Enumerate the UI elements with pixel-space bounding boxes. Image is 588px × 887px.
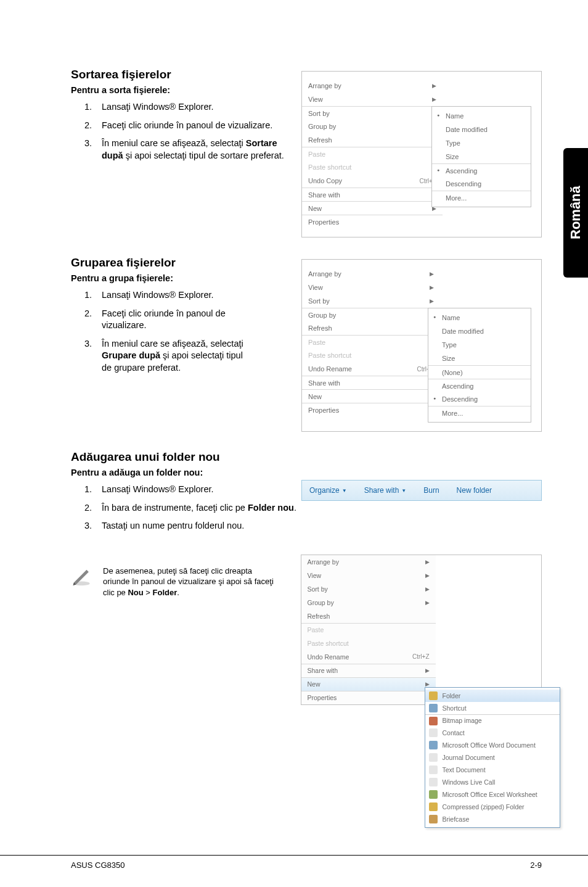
sort-step-1: Lansaţi Windows® Explorer.: [94, 101, 287, 113]
sort-subtitle: Pentru a sorta fişierele:: [71, 85, 287, 95]
submenu-livecall[interactable]: Windows Live Call: [425, 776, 560, 788]
toolbar-new-folder[interactable]: New folder: [457, 486, 492, 495]
sort-title: Sortarea fişierelor: [71, 68, 287, 81]
menu-refresh[interactable]: Refresh: [302, 133, 443, 147]
menu-undo[interactable]: Undo RenameCtrl+Z: [302, 362, 440, 376]
submenu-folder[interactable]: Folder: [425, 690, 560, 702]
submenu-more[interactable]: More...: [428, 406, 531, 419]
group-submenu: Name Date modified Type Size (None) Asce…: [428, 308, 531, 423]
submenu-zip[interactable]: Compressed (zipped) Folder: [425, 801, 560, 813]
pencil-icon: [71, 566, 92, 590]
menu-paste: Paste: [302, 147, 443, 160]
menu-group-by[interactable]: Group by▶: [302, 120, 443, 133]
menu-properties[interactable]: Properties: [302, 215, 443, 228]
menu-paste-shortcut: Paste shortcut: [301, 637, 436, 650]
menu-group-by[interactable]: Group by▶: [301, 596, 436, 609]
menu-new[interactable]: New▶: [302, 389, 440, 403]
submenu-size[interactable]: Size: [432, 150, 531, 163]
submenu-more[interactable]: More...: [432, 191, 531, 204]
submenu-word[interactable]: Microsoft Office Word Document: [425, 739, 560, 751]
toolbar-share-with[interactable]: Share with▼: [364, 486, 407, 495]
submenu-date[interactable]: Date modified: [428, 324, 531, 338]
toolbar-organize[interactable]: Organize▼: [309, 486, 347, 495]
menu-properties[interactable]: Properties: [301, 691, 436, 704]
menu-undo[interactable]: Undo RenameCtrl+Z: [301, 650, 436, 664]
sort-submenu: Name Date modified Type Size Ascending D…: [431, 106, 531, 207]
explorer-toolbar: Organize▼ Share with▼ Burn New folder: [301, 480, 542, 501]
group-step-1: Lansaţi Windows® Explorer.: [94, 289, 250, 302]
newfolder-step-3: Tastaţi un nume pentru folderul nou.: [94, 520, 542, 532]
group-title: Gruparea fişierelor: [71, 256, 250, 270]
submenu-type[interactable]: Type: [428, 338, 531, 352]
submenu-shortcut[interactable]: Shortcut: [425, 702, 560, 714]
submenu-briefcase[interactable]: Briefcase: [425, 813, 560, 825]
group-step-2: Faceţi clic oriunde în panoul de vizuali…: [94, 308, 250, 332]
submenu-date[interactable]: Date modified: [432, 123, 531, 136]
sort-context-menu: Arrange by▶ View▶ Sort by▶ Group by▶ Ref…: [301, 71, 542, 237]
menu-view[interactable]: View▶: [302, 281, 440, 294]
submenu-bitmap[interactable]: Bitmap image: [425, 714, 560, 727]
page-footer: ASUS CG8350 2-9: [0, 855, 588, 870]
submenu-type[interactable]: Type: [432, 136, 531, 150]
menu-refresh[interactable]: Refresh: [302, 321, 440, 335]
submenu-ascending[interactable]: Ascending: [428, 379, 531, 392]
submenu-text[interactable]: Text Document: [425, 764, 560, 776]
sort-step-2: Faceţi clic oriunde în panoul de vizuali…: [94, 120, 287, 132]
submenu-journal[interactable]: Journal Document: [425, 751, 560, 764]
group-step-3: În meniul care se afişează, selectaţi Gr…: [94, 338, 250, 374]
footer-left: ASUS CG8350: [71, 860, 125, 870]
menu-paste-shortcut: Paste shortcut: [302, 349, 440, 362]
newfolder-title: Adăugarea unui folder nou: [71, 450, 542, 464]
submenu-excel[interactable]: Microsoft Office Excel Worksheet: [425, 788, 560, 801]
newfolder-step-2: În bara de instrumente, faceţi clic pe F…: [94, 502, 542, 514]
menu-share-with[interactable]: Share with▶: [302, 376, 440, 389]
submenu-size[interactable]: Size: [428, 352, 531, 365]
submenu-descending[interactable]: Descending: [428, 392, 531, 406]
submenu-name[interactable]: Name: [432, 109, 531, 123]
menu-refresh[interactable]: Refresh: [301, 609, 436, 623]
menu-paste: Paste: [301, 623, 436, 637]
menu-arrange-by[interactable]: Arrange by▶: [302, 79, 443, 93]
submenu-ascending[interactable]: Ascending: [432, 163, 531, 177]
submenu-contact[interactable]: Contact: [425, 727, 560, 739]
new-submenu: Folder Shortcut Bitmap image Contact Mic…: [425, 687, 560, 828]
menu-sort-by[interactable]: Sort by▶: [302, 294, 440, 308]
menu-undo[interactable]: Undo CopyCtrl+Z: [302, 174, 443, 188]
menu-view[interactable]: View▶: [301, 569, 436, 582]
menu-arrange-by[interactable]: Arrange by▶: [302, 267, 440, 281]
menu-share-with[interactable]: Share with▶: [302, 188, 443, 201]
menu-sort-by[interactable]: Sort by▶: [301, 582, 436, 596]
toolbar-burn[interactable]: Burn: [423, 486, 439, 495]
group-subtitle: Pentru a grupa fişierele:: [71, 273, 250, 283]
menu-view[interactable]: View▶: [302, 93, 443, 106]
submenu-name[interactable]: Name: [428, 311, 531, 324]
menu-share-with[interactable]: Share with▶: [301, 664, 436, 677]
menu-paste-shortcut: Paste shortcut: [302, 160, 443, 174]
menu-new[interactable]: New▶: [301, 677, 436, 691]
menu-arrange-by[interactable]: Arrange by▶: [301, 555, 436, 569]
menu-properties[interactable]: Properties: [302, 403, 440, 416]
menu-sort-by[interactable]: Sort by▶: [302, 106, 443, 120]
submenu-descending[interactable]: Descending: [432, 177, 531, 191]
submenu-none[interactable]: (None): [428, 365, 531, 379]
group-context-menu: Arrange by▶ View▶ Sort by▶ Group by▶ Ref…: [301, 259, 542, 432]
menu-paste: Paste: [302, 335, 440, 349]
menu-new[interactable]: New▶: [302, 201, 443, 215]
menu-group-by[interactable]: Group by▶: [302, 308, 440, 321]
newfolder-subtitle: Pentru a adăuga un folder nou:: [71, 468, 542, 477]
footer-right: 2-9: [530, 860, 542, 870]
new-context-menu: Arrange by▶ View▶ Sort by▶ Group by▶ Ref…: [301, 555, 542, 705]
tip-box: De asemenea, puteţi să faceţi clic dreap…: [71, 566, 280, 598]
sort-step-3: În meniul care se afişează, selectaţi So…: [94, 138, 287, 162]
